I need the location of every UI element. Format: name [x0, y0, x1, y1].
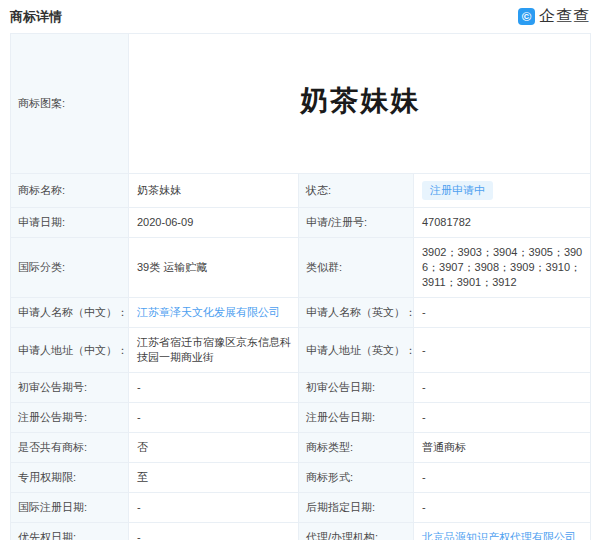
table-row: 优先权日期: - 代理/办理机构: 北京品源知识产权代理有限公司 — [11, 523, 591, 540]
field-value-intl-reg-date: - — [129, 493, 299, 523]
field-value-status: 注册申请中 — [414, 174, 591, 208]
field-label-exclusive-right-period: 专用权期限: — [11, 463, 129, 493]
field-label-similar-group: 类似群: — [299, 238, 414, 298]
field-value-reg-gazette-date: - — [414, 403, 591, 433]
table-row: 国际注册日期: - 后期指定日期: - — [11, 493, 591, 523]
field-label-agency: 代理/办理机构: — [299, 523, 414, 540]
field-label-applicant-name-cn: 申请人名称（中文）： — [11, 298, 129, 328]
table-row: 申请日期: 2020-06-09 申请/注册号: 47081782 — [11, 208, 591, 238]
field-value-shared-trademark: 否 — [129, 433, 299, 463]
field-value-priority-date: - — [129, 523, 299, 540]
table-row: 专用权期限: 至 商标形式: - — [11, 463, 591, 493]
field-label-prelim-gazette-date: 初审公告日期: — [299, 373, 414, 403]
field-value-intl-class: 39类 运输贮藏 — [129, 238, 299, 298]
field-value-applicant-name-cn: 江苏章泽天文化发展有限公司 — [129, 298, 299, 328]
trademark-detail-table: 商标图案: 奶茶妹妹 商标名称: 奶茶妹妹 状态: 注册申请中 申请日期: 20… — [10, 33, 591, 540]
field-label-intl-reg-date: 国际注册日期: — [11, 493, 129, 523]
field-value-exclusive-right-period: 至 — [129, 463, 299, 493]
field-value-trademark-image: 奶茶妹妹 — [129, 34, 591, 174]
field-label-trademark-name: 商标名称: — [11, 174, 129, 208]
field-value-registration-number: 47081782 — [414, 208, 591, 238]
field-label-trademark-form: 商标形式: — [299, 463, 414, 493]
field-label-intl-class: 国际分类: — [11, 238, 129, 298]
field-value-applicant-address-en: - — [414, 328, 591, 373]
qichacha-logo-text: 企查查 — [539, 6, 590, 27]
field-value-later-designation-date: - — [414, 493, 591, 523]
trademark-image-text: 奶茶妹妹 — [301, 85, 421, 116]
table-row-trademark-image: 商标图案: 奶茶妹妹 — [11, 34, 591, 174]
field-value-trademark-name: 奶茶妹妹 — [129, 174, 299, 208]
status-badge: 注册申请中 — [422, 181, 493, 200]
field-value-similar-group: 3902；3903；3904；3905；3906；3907；3908；3909；… — [414, 238, 591, 298]
field-label-prelim-gazette-no: 初审公告期号: — [11, 373, 129, 403]
field-label-priority-date: 优先权日期: — [11, 523, 129, 540]
field-value-prelim-gazette-date: - — [414, 373, 591, 403]
field-label-applicant-address-en: 申请人地址（英文）： — [299, 328, 414, 373]
qichacha-logo-icon: © — [518, 8, 535, 25]
field-value-reg-gazette-no: - — [129, 403, 299, 433]
page-header: 商标详情 © 企查查 — [0, 0, 600, 33]
table-row: 申请人名称（中文）： 江苏章泽天文化发展有限公司 申请人名称（英文）： - — [11, 298, 591, 328]
table-row: 是否共有商标: 否 商标类型: 普通商标 — [11, 433, 591, 463]
field-label-reg-gazette-no: 注册公告期号: — [11, 403, 129, 433]
field-label-applicant-name-en: 申请人名称（英文）： — [299, 298, 414, 328]
field-label-application-date: 申请日期: — [11, 208, 129, 238]
applicant-company-link[interactable]: 江苏章泽天文化发展有限公司 — [137, 306, 280, 318]
field-value-applicant-name-en: - — [414, 298, 591, 328]
field-label-trademark-image: 商标图案: — [11, 34, 129, 174]
table-row: 申请人地址（中文）： 江苏省宿迁市宿豫区京东信息科技园一期商业街 申请人地址（英… — [11, 328, 591, 373]
field-label-status: 状态: — [299, 174, 414, 208]
table-row: 国际分类: 39类 运输贮藏 类似群: 3902；3903；3904；3905；… — [11, 238, 591, 298]
field-value-application-date: 2020-06-09 — [129, 208, 299, 238]
field-label-reg-gazette-date: 注册公告日期: — [299, 403, 414, 433]
field-value-trademark-form: - — [414, 463, 591, 493]
agency-link[interactable]: 北京品源知识产权代理有限公司 — [422, 531, 576, 540]
qichacha-logo: © 企查查 — [518, 6, 590, 27]
field-value-prelim-gazette-no: - — [129, 373, 299, 403]
field-label-trademark-type: 商标类型: — [299, 433, 414, 463]
table-row: 注册公告期号: - 注册公告日期: - — [11, 403, 591, 433]
table-row: 商标名称: 奶茶妹妹 状态: 注册申请中 — [11, 174, 591, 208]
field-label-applicant-address-cn: 申请人地址（中文）： — [11, 328, 129, 373]
page-title: 商标详情 — [10, 8, 62, 26]
field-value-trademark-type: 普通商标 — [414, 433, 591, 463]
table-row: 初审公告期号: - 初审公告日期: - — [11, 373, 591, 403]
field-label-later-designation-date: 后期指定日期: — [299, 493, 414, 523]
field-value-applicant-address-cn: 江苏省宿迁市宿豫区京东信息科技园一期商业街 — [129, 328, 299, 373]
field-label-registration-number: 申请/注册号: — [299, 208, 414, 238]
field-label-shared-trademark: 是否共有商标: — [11, 433, 129, 463]
field-value-agency: 北京品源知识产权代理有限公司 — [414, 523, 591, 540]
